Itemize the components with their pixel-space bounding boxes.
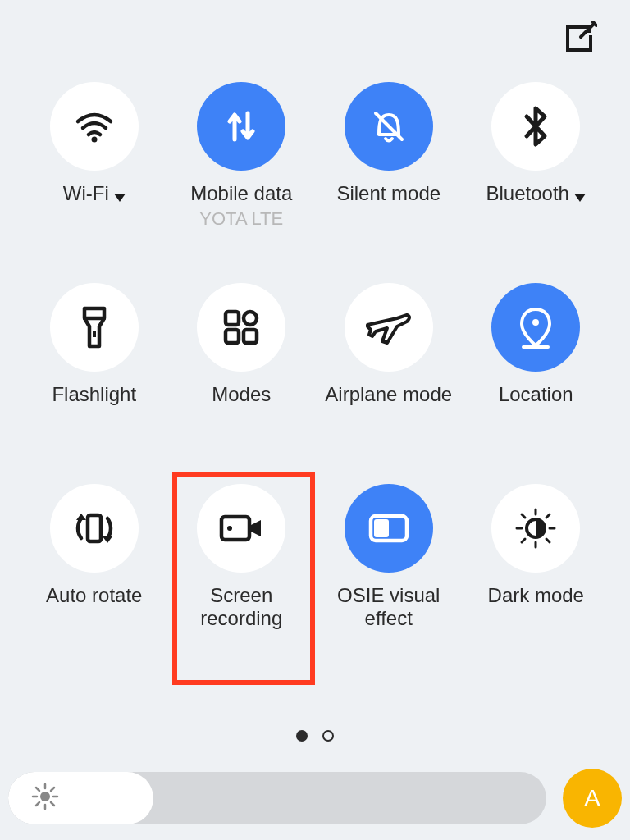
tile-sublabel: YOTA LTE xyxy=(199,208,283,230)
tile-label-block: Wi-Fi xyxy=(63,182,126,230)
svg-line-24 xyxy=(522,514,525,518)
svg-rect-4 xyxy=(84,308,104,318)
tile-flashlight[interactable]: Flashlight xyxy=(21,283,168,431)
tile-label-block: Mobile dataYOTA LTE xyxy=(190,182,292,230)
svg-point-7 xyxy=(244,312,257,325)
svg-line-27 xyxy=(546,514,550,518)
auto-brightness-label: A xyxy=(584,784,600,812)
tile-label: Flashlight xyxy=(52,383,136,406)
record-icon xyxy=(197,484,285,573)
tile-airplane-mode[interactable]: Airplane mode xyxy=(315,283,463,431)
tile-label: Dark mode xyxy=(488,584,584,607)
tile-label-block: Auto rotate xyxy=(46,584,142,632)
tile-label-block: OSIE visual effect xyxy=(315,584,463,632)
page-dot-1 xyxy=(322,730,334,742)
tile-label-block: Dark mode xyxy=(488,584,584,632)
mute-icon xyxy=(345,82,433,171)
tile-label: OSIE visual effect xyxy=(315,584,463,630)
tile-wifi[interactable]: Wi-Fi xyxy=(21,82,168,230)
tile-label-block: Flashlight xyxy=(52,383,136,431)
tile-label: Auto rotate xyxy=(46,584,142,607)
tile-label-block: Airplane mode xyxy=(325,383,452,431)
chevron-down-icon xyxy=(114,184,126,207)
svg-marker-14 xyxy=(103,536,112,543)
auto-brightness-button[interactable]: A xyxy=(563,769,622,828)
svg-point-16 xyxy=(227,526,232,531)
svg-line-34 xyxy=(51,802,54,806)
tile-label: Wi-Fi xyxy=(63,182,126,207)
tile-osie-visual-effect[interactable]: OSIE visual effect xyxy=(315,484,463,632)
tile-label: Location xyxy=(499,383,573,406)
quick-settings-panel: Wi-FiMobile dataYOTA LTESilent modeBluet… xyxy=(0,0,630,840)
svg-line-35 xyxy=(36,802,39,806)
svg-rect-6 xyxy=(226,312,239,325)
page-dot-0 xyxy=(296,730,308,742)
tile-label: Airplane mode xyxy=(325,383,452,406)
data-icon xyxy=(197,82,285,171)
rotate-icon xyxy=(50,484,139,573)
svg-rect-18 xyxy=(374,519,389,537)
tile-location[interactable]: Location xyxy=(463,283,610,431)
bluetooth-icon xyxy=(491,82,580,171)
svg-line-25 xyxy=(546,539,550,542)
wifi-icon xyxy=(50,82,139,171)
tile-label: Silent mode xyxy=(336,182,441,205)
svg-rect-5 xyxy=(93,331,96,337)
brightness-slider[interactable] xyxy=(8,772,546,824)
airplane-icon xyxy=(345,283,433,372)
osie-icon xyxy=(345,484,433,573)
chevron-down-icon xyxy=(574,184,586,207)
svg-rect-12 xyxy=(88,515,101,541)
tile-mobile-data[interactable]: Mobile dataYOTA LTE xyxy=(168,82,316,230)
tile-label: Modes xyxy=(212,383,271,406)
tile-label-block: Modes xyxy=(212,383,271,431)
tile-modes[interactable]: Modes xyxy=(168,283,316,431)
tile-label-block: Bluetooth xyxy=(486,182,586,230)
brightness-slider-fill xyxy=(8,772,153,824)
svg-rect-15 xyxy=(221,517,249,540)
svg-marker-3 xyxy=(574,194,586,202)
tile-label: Mobile data xyxy=(190,182,292,205)
svg-rect-9 xyxy=(244,330,257,343)
location-icon xyxy=(491,283,580,372)
modes-icon xyxy=(197,283,285,372)
svg-line-26 xyxy=(522,539,525,542)
flashlight-icon xyxy=(50,283,139,372)
svg-point-10 xyxy=(532,319,539,326)
svg-marker-1 xyxy=(114,194,126,202)
tile-label-block: Screen recording xyxy=(168,584,316,632)
dark-icon xyxy=(491,484,580,573)
tile-dark-mode[interactable]: Dark mode xyxy=(463,484,610,632)
tile-bluetooth[interactable]: Bluetooth xyxy=(463,82,610,230)
tile-auto-rotate[interactable]: Auto rotate xyxy=(21,484,168,632)
svg-point-0 xyxy=(91,137,97,143)
brightness-icon xyxy=(31,783,59,814)
brightness-row: A xyxy=(8,769,622,828)
svg-rect-8 xyxy=(226,330,239,343)
edit-icon xyxy=(561,21,597,57)
svg-marker-13 xyxy=(76,514,86,520)
svg-line-33 xyxy=(36,788,39,791)
tile-label-block: Location xyxy=(499,383,573,431)
svg-point-28 xyxy=(40,792,50,801)
svg-line-36 xyxy=(51,788,54,791)
tile-label: Screen recording xyxy=(168,584,316,630)
page-indicator[interactable] xyxy=(0,730,630,742)
tile-label-block: Silent mode xyxy=(336,182,441,230)
tile-silent-mode[interactable]: Silent mode xyxy=(315,82,463,230)
tile-screen-recording[interactable]: Screen recording xyxy=(168,484,316,632)
tile-label: Bluetooth xyxy=(486,182,586,207)
edit-tiles-button[interactable] xyxy=(561,21,597,57)
